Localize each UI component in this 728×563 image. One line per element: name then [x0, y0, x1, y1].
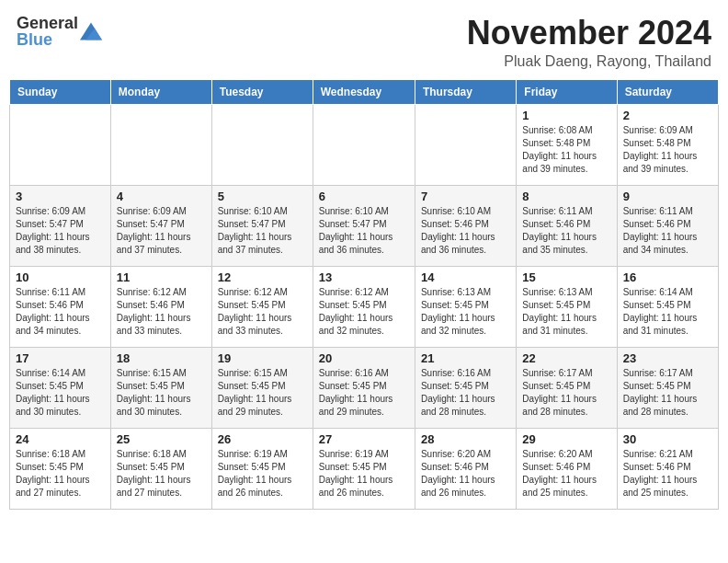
day-info: Sunrise: 6:11 AM Sunset: 5:46 PM Dayligh…: [522, 205, 610, 257]
day-info: Sunrise: 6:10 AM Sunset: 5:46 PM Dayligh…: [421, 205, 510, 257]
calendar-cell: 5Sunrise: 6:10 AM Sunset: 5:47 PM Daylig…: [211, 185, 313, 266]
day-number: 16: [623, 270, 712, 284]
day-number: 5: [218, 190, 307, 203]
day-info: Sunrise: 6:16 AM Sunset: 5:45 PM Dayligh…: [421, 367, 510, 419]
day-info: Sunrise: 6:13 AM Sunset: 5:45 PM Dayligh…: [421, 286, 510, 338]
calendar-cell: 10Sunrise: 6:11 AM Sunset: 5:46 PM Dayli…: [10, 266, 111, 347]
logo-general-text: General: [17, 15, 78, 31]
day-info: Sunrise: 6:12 AM Sunset: 5:46 PM Dayligh…: [117, 286, 206, 338]
calendar-cell: [10, 104, 111, 185]
calendar-cell: 17Sunrise: 6:14 AM Sunset: 5:45 PM Dayli…: [10, 347, 111, 428]
day-info: Sunrise: 6:14 AM Sunset: 5:45 PM Dayligh…: [16, 367, 105, 419]
day-number: 24: [16, 432, 105, 446]
calendar-week-1: 1Sunrise: 6:08 AM Sunset: 5:48 PM Daylig…: [10, 104, 719, 185]
day-info: Sunrise: 6:21 AM Sunset: 5:46 PM Dayligh…: [623, 448, 712, 500]
calendar-cell: 28Sunrise: 6:20 AM Sunset: 5:46 PM Dayli…: [415, 428, 516, 509]
day-number: 21: [421, 351, 510, 365]
calendar-cell: 25Sunrise: 6:18 AM Sunset: 5:45 PM Dayli…: [110, 428, 211, 509]
day-number: 27: [319, 432, 409, 446]
calendar-cell: [110, 104, 211, 185]
day-info: Sunrise: 6:09 AM Sunset: 5:48 PM Dayligh…: [623, 124, 712, 176]
day-info: Sunrise: 6:15 AM Sunset: 5:45 PM Dayligh…: [218, 367, 307, 419]
calendar-cell: 6Sunrise: 6:10 AM Sunset: 5:47 PM Daylig…: [313, 185, 415, 266]
day-number: 4: [117, 190, 206, 203]
calendar-cell: 23Sunrise: 6:17 AM Sunset: 5:45 PM Dayli…: [617, 347, 718, 428]
location-subtitle: Pluak Daeng, Rayong, Thailand: [467, 53, 711, 70]
day-info: Sunrise: 6:10 AM Sunset: 5:47 PM Dayligh…: [218, 205, 307, 257]
weekday-header-saturday: Saturday: [617, 79, 718, 104]
day-info: Sunrise: 6:20 AM Sunset: 5:46 PM Dayligh…: [421, 448, 510, 500]
day-number: 18: [117, 351, 206, 365]
calendar-cell: 16Sunrise: 6:14 AM Sunset: 5:45 PM Dayli…: [617, 266, 718, 347]
calendar-table: SundayMondayTuesdayWednesdayThursdayFrid…: [9, 79, 719, 510]
calendar-cell: 19Sunrise: 6:15 AM Sunset: 5:45 PM Dayli…: [211, 347, 313, 428]
day-info: Sunrise: 6:18 AM Sunset: 5:45 PM Dayligh…: [16, 448, 105, 500]
calendar-cell: 11Sunrise: 6:12 AM Sunset: 5:46 PM Dayli…: [110, 266, 211, 347]
day-info: Sunrise: 6:12 AM Sunset: 5:45 PM Dayligh…: [319, 286, 409, 338]
calendar-header: SundayMondayTuesdayWednesdayThursdayFrid…: [10, 79, 719, 104]
weekday-header-sunday: Sunday: [10, 79, 111, 104]
calendar-cell: 3Sunrise: 6:09 AM Sunset: 5:47 PM Daylig…: [10, 185, 111, 266]
calendar-cell: 1Sunrise: 6:08 AM Sunset: 5:48 PM Daylig…: [517, 104, 617, 185]
weekday-header-wednesday: Wednesday: [313, 79, 415, 104]
day-info: Sunrise: 6:18 AM Sunset: 5:45 PM Dayligh…: [117, 448, 206, 500]
day-number: 19: [218, 351, 307, 365]
day-info: Sunrise: 6:08 AM Sunset: 5:48 PM Dayligh…: [522, 124, 610, 176]
day-info: Sunrise: 6:17 AM Sunset: 5:45 PM Dayligh…: [623, 367, 712, 419]
calendar-cell: 22Sunrise: 6:17 AM Sunset: 5:45 PM Dayli…: [517, 347, 617, 428]
day-info: Sunrise: 6:20 AM Sunset: 5:46 PM Dayligh…: [522, 448, 610, 500]
day-info: Sunrise: 6:16 AM Sunset: 5:45 PM Dayligh…: [319, 367, 409, 419]
calendar-body: 1Sunrise: 6:08 AM Sunset: 5:48 PM Daylig…: [10, 104, 719, 509]
title-area: November 2024 Pluak Daeng, Rayong, Thail…: [467, 15, 711, 70]
calendar-cell: 30Sunrise: 6:21 AM Sunset: 5:46 PM Dayli…: [617, 428, 718, 509]
calendar-cell: 14Sunrise: 6:13 AM Sunset: 5:45 PM Dayli…: [415, 266, 516, 347]
calendar-cell: 12Sunrise: 6:12 AM Sunset: 5:45 PM Dayli…: [211, 266, 313, 347]
calendar-cell: 24Sunrise: 6:18 AM Sunset: 5:45 PM Dayli…: [10, 428, 111, 509]
calendar-cell: [313, 104, 415, 185]
day-info: Sunrise: 6:09 AM Sunset: 5:47 PM Dayligh…: [16, 205, 105, 257]
calendar-cell: 20Sunrise: 6:16 AM Sunset: 5:45 PM Dayli…: [313, 347, 415, 428]
day-info: Sunrise: 6:11 AM Sunset: 5:46 PM Dayligh…: [623, 205, 712, 257]
calendar-cell: 18Sunrise: 6:15 AM Sunset: 5:45 PM Dayli…: [110, 347, 211, 428]
day-info: Sunrise: 6:15 AM Sunset: 5:45 PM Dayligh…: [117, 367, 206, 419]
day-info: Sunrise: 6:14 AM Sunset: 5:45 PM Dayligh…: [623, 286, 712, 338]
calendar-cell: [415, 104, 516, 185]
calendar-cell: 15Sunrise: 6:13 AM Sunset: 5:45 PM Dayli…: [517, 266, 617, 347]
day-info: Sunrise: 6:19 AM Sunset: 5:45 PM Dayligh…: [218, 448, 307, 500]
weekday-header-monday: Monday: [110, 79, 211, 104]
logo: General Blue: [17, 15, 102, 48]
day-number: 3: [16, 190, 105, 203]
calendar-week-3: 10Sunrise: 6:11 AM Sunset: 5:46 PM Dayli…: [10, 266, 719, 347]
calendar-cell: 9Sunrise: 6:11 AM Sunset: 5:46 PM Daylig…: [617, 185, 718, 266]
day-number: 15: [522, 270, 610, 284]
day-number: 10: [16, 270, 105, 284]
day-number: 2: [623, 109, 712, 122]
day-number: 28: [421, 432, 510, 446]
logo-area: General Blue: [17, 15, 102, 48]
day-number: 30: [623, 432, 712, 446]
day-number: 13: [319, 270, 409, 284]
day-info: Sunrise: 6:12 AM Sunset: 5:45 PM Dayligh…: [218, 286, 307, 338]
day-number: 20: [319, 351, 409, 365]
calendar-cell: 21Sunrise: 6:16 AM Sunset: 5:45 PM Dayli…: [415, 347, 516, 428]
day-number: 11: [117, 270, 206, 284]
calendar-week-2: 3Sunrise: 6:09 AM Sunset: 5:47 PM Daylig…: [10, 185, 719, 266]
calendar-cell: 2Sunrise: 6:09 AM Sunset: 5:48 PM Daylig…: [617, 104, 718, 185]
day-number: 23: [623, 351, 712, 365]
calendar-week-4: 17Sunrise: 6:14 AM Sunset: 5:45 PM Dayli…: [10, 347, 719, 428]
calendar-cell: 4Sunrise: 6:09 AM Sunset: 5:47 PM Daylig…: [110, 185, 211, 266]
day-info: Sunrise: 6:11 AM Sunset: 5:46 PM Dayligh…: [16, 286, 105, 338]
day-number: 12: [218, 270, 307, 284]
day-info: Sunrise: 6:10 AM Sunset: 5:47 PM Dayligh…: [319, 205, 409, 257]
weekday-header-friday: Friday: [517, 79, 617, 104]
weekday-header-thursday: Thursday: [415, 79, 516, 104]
day-number: 8: [522, 190, 610, 203]
day-number: 9: [623, 190, 712, 203]
page-header: General Blue November 2024 Pluak Daeng, …: [9, 9, 719, 74]
calendar-cell: 29Sunrise: 6:20 AM Sunset: 5:46 PM Dayli…: [517, 428, 617, 509]
month-title: November 2024: [467, 15, 711, 52]
calendar-cell: 27Sunrise: 6:19 AM Sunset: 5:45 PM Dayli…: [313, 428, 415, 509]
weekday-header-row: SundayMondayTuesdayWednesdayThursdayFrid…: [10, 79, 719, 104]
calendar-cell: 13Sunrise: 6:12 AM Sunset: 5:45 PM Dayli…: [313, 266, 415, 347]
day-number: 29: [522, 432, 610, 446]
